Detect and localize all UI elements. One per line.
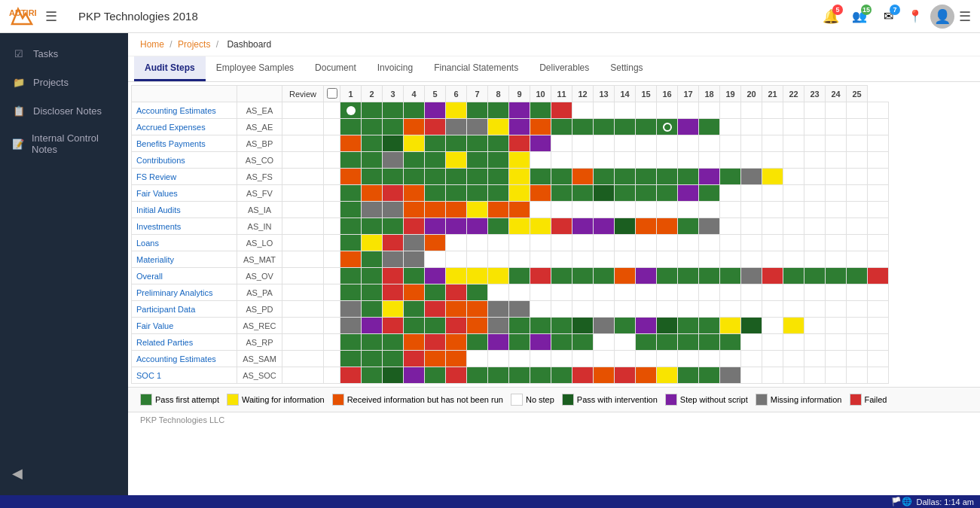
cell-11-16[interactable]: [678, 284, 699, 301]
cell-11-3[interactable]: [404, 284, 425, 301]
cell-1-9[interactable]: [530, 119, 551, 135]
row-name[interactable]: Fair Value: [132, 318, 237, 334]
cell-14-6[interactable]: [467, 334, 488, 351]
cell-7-5[interactable]: [446, 218, 467, 235]
cell-16-11[interactable]: [572, 367, 594, 384]
cell-6-19[interactable]: [741, 202, 762, 218]
cell-12-17[interactable]: [699, 301, 720, 318]
cell-16-10[interactable]: [551, 367, 572, 384]
cell-0-0[interactable]: [340, 102, 362, 119]
cell-5-20[interactable]: [762, 185, 783, 202]
sidebar-collapse-btn[interactable]: ◀: [0, 458, 128, 489]
cell-12-21[interactable]: [783, 301, 804, 318]
header-checkbox[interactable]: [324, 86, 340, 102]
cell-9-21[interactable]: [783, 251, 804, 268]
cell-16-13[interactable]: [615, 367, 636, 384]
cell-16-24[interactable]: [847, 367, 868, 384]
cell-9-19[interactable]: [741, 251, 762, 268]
row-name[interactable]: SOC 1: [132, 367, 237, 384]
cell-10-7[interactable]: [488, 268, 509, 284]
tab-audit-steps[interactable]: Audit Steps: [134, 56, 206, 81]
cell-5-1[interactable]: [362, 185, 383, 202]
cell-16-8[interactable]: [509, 367, 530, 384]
cell-4-3[interactable]: [404, 169, 425, 185]
cell-15-8[interactable]: [509, 351, 530, 367]
cell-12-10[interactable]: [551, 301, 572, 318]
cell-4-21[interactable]: [783, 169, 804, 185]
cell-7-7[interactable]: [488, 218, 509, 235]
cell-9-0[interactable]: [340, 251, 362, 268]
cell-1-18[interactable]: [720, 119, 741, 135]
cell-1-14[interactable]: [636, 119, 657, 135]
cell-13-24[interactable]: [847, 318, 868, 334]
cell-6-15[interactable]: [657, 202, 678, 218]
row-name[interactable]: Participant Data: [132, 301, 237, 318]
cell-14-23[interactable]: [826, 334, 847, 351]
cell-3-16[interactable]: [678, 152, 699, 169]
cell-10-2[interactable]: [383, 268, 404, 284]
cell-4-14[interactable]: [636, 169, 657, 185]
cell-12-24[interactable]: [847, 301, 868, 318]
cell-11-8[interactable]: [509, 284, 530, 301]
cell-16-25[interactable]: [868, 367, 889, 384]
sidebar-item-tasks[interactable]: ☑ Tasks: [0, 39, 128, 68]
cell-5-18[interactable]: [720, 185, 741, 202]
cell-14-16[interactable]: [678, 334, 699, 351]
cell-12-16[interactable]: [678, 301, 699, 318]
cell-3-14[interactable]: [636, 152, 657, 169]
cell-8-7[interactable]: [488, 235, 509, 251]
cell-6-0[interactable]: [340, 202, 362, 218]
cell-10-1[interactable]: [362, 268, 383, 284]
cell-13-13[interactable]: [615, 318, 636, 334]
cell-4-1[interactable]: [362, 169, 383, 185]
cell-13-21[interactable]: [783, 318, 804, 334]
cell-13-22[interactable]: [804, 318, 826, 334]
cell-13-8[interactable]: [509, 318, 530, 334]
cell-6-22[interactable]: [804, 202, 826, 218]
cell-13-11[interactable]: [572, 318, 594, 334]
cell-7-11[interactable]: [572, 218, 594, 235]
cell-16-14[interactable]: [636, 367, 657, 384]
cell-16-15[interactable]: [657, 367, 678, 384]
cell-11-12[interactable]: [594, 284, 615, 301]
cell-11-5[interactable]: [446, 284, 467, 301]
cell-6-6[interactable]: [467, 202, 488, 218]
cell-15-24[interactable]: [847, 351, 868, 367]
cell-5-22[interactable]: [804, 185, 826, 202]
cell-15-21[interactable]: [783, 351, 804, 367]
cell-10-16[interactable]: [678, 268, 699, 284]
cell-7-2[interactable]: [383, 218, 404, 235]
cell-13-9[interactable]: [530, 318, 551, 334]
cell-14-0[interactable]: [340, 334, 362, 351]
cell-4-23[interactable]: [826, 169, 847, 185]
cell-12-22[interactable]: [804, 301, 826, 318]
cell-3-4[interactable]: [425, 152, 446, 169]
cell-1-25[interactable]: [868, 119, 889, 135]
cell-9-16[interactable]: [678, 251, 699, 268]
cell-4-4[interactable]: [425, 169, 446, 185]
cell-14-19[interactable]: [741, 334, 762, 351]
cell-16-3[interactable]: [404, 367, 425, 384]
row-name[interactable]: Preliminary Analytics: [132, 284, 237, 301]
cell-0-11[interactable]: [572, 102, 594, 119]
cell-14-10[interactable]: [551, 334, 572, 351]
cell-10-3[interactable]: [404, 268, 425, 284]
cell-4-5[interactable]: [446, 169, 467, 185]
cell-2-1[interactable]: [362, 135, 383, 152]
cell-0-20[interactable]: [762, 102, 783, 119]
cell-14-13[interactable]: [615, 334, 636, 351]
cell-8-1[interactable]: [362, 235, 383, 251]
row-name[interactable]: FS Review: [132, 169, 237, 185]
cell-8-3[interactable]: [404, 235, 425, 251]
cell-6-3[interactable]: [404, 202, 425, 218]
cell-5-0[interactable]: [340, 185, 362, 202]
cell-14-2[interactable]: [383, 334, 404, 351]
cell-8-19[interactable]: [741, 235, 762, 251]
cell-13-0[interactable]: [340, 318, 362, 334]
cell-6-11[interactable]: [572, 202, 594, 218]
cell-11-14[interactable]: [636, 284, 657, 301]
cell-3-13[interactable]: [615, 152, 636, 169]
cell-16-18[interactable]: [720, 367, 741, 384]
cell-13-5[interactable]: [446, 318, 467, 334]
cell-7-17[interactable]: [699, 218, 720, 235]
